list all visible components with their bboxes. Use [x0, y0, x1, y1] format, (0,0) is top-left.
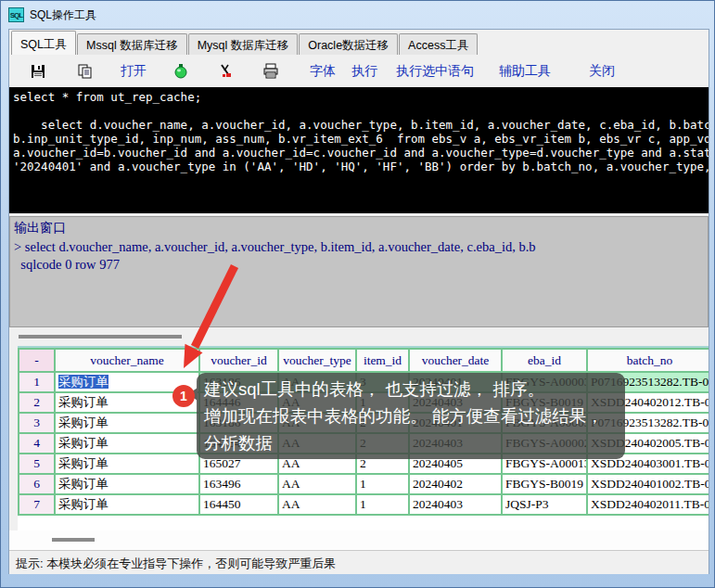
- row-number-cell[interactable]: 1: [19, 372, 55, 392]
- tabbar: SQL工具 Mssql 数据库迁移 Mysql 数据库迁移 Oracle数据迁移…: [9, 30, 709, 55]
- print-button[interactable]: [262, 63, 279, 79]
- grid-header-row: -voucher_namevoucher_idvoucher_typeitem_…: [19, 349, 709, 372]
- app-window: SQL SQL操作工具 SQL工具 Mssql 数据库迁移 Mysql 数据库迁…: [0, 0, 715, 588]
- voucher-date-cell[interactable]: 20240402: [409, 474, 502, 494]
- open-button-label: 打开: [121, 63, 147, 80]
- aux-tools-button-label: 辅助工具: [499, 63, 551, 80]
- copy-icon: [77, 63, 93, 79]
- annotation-arrow-icon: [172, 261, 247, 377]
- voucher-id-cell[interactable]: 164450: [199, 494, 278, 515]
- save-button[interactable]: [30, 63, 46, 80]
- sql-editor-line: [13, 104, 709, 118]
- voucher-name-cell[interactable]: 采购订单: [55, 474, 199, 494]
- row-number-cell[interactable]: 5: [19, 454, 55, 474]
- sql-editor-line: select * from ut_rep_cache;: [13, 90, 709, 104]
- tab[interactable]: Mssql 数据库迁移: [77, 33, 187, 55]
- table-row[interactable]: 6 采购订单 163496 AA 1 20240402 FBGYS-B0019 …: [19, 474, 709, 494]
- voucher-type-cell[interactable]: AA: [278, 474, 356, 494]
- window-title: SQL操作工具: [30, 7, 96, 23]
- row-number-cell[interactable]: 4: [19, 433, 55, 454]
- grid-hscrollbar-thumb[interactable]: [52, 538, 95, 542]
- grid-header-cell: item_id: [356, 349, 409, 372]
- grid-header-cell: batch_no: [587, 349, 709, 372]
- run-selected-button[interactable]: 执行选中语句: [396, 63, 474, 80]
- row-number-cell[interactable]: 2: [19, 392, 55, 413]
- open-button[interactable]: 打开: [121, 63, 147, 80]
- output-line: sqlcode 0 row 977: [14, 256, 708, 274]
- row-number-cell[interactable]: 3: [19, 413, 55, 433]
- tooltip-line: 建议sql工具中的表格， 也支持过滤， 排序。: [204, 376, 618, 403]
- output-window[interactable]: 输出窗口 > select d.voucher_name, a.voucher_…: [9, 216, 709, 327]
- font-button-label: 字体: [310, 63, 336, 80]
- row-number-cell[interactable]: 6: [19, 474, 55, 494]
- row-number-cell[interactable]: 7: [19, 494, 55, 515]
- tooltip-line: 分析数据: [204, 429, 618, 456]
- eba-id-cell[interactable]: JQSJ-P3: [502, 494, 587, 515]
- tab[interactable]: Mysql 数据库迁移: [188, 33, 299, 55]
- status-text: 提示: 本模块必须在专业指导下操作，否则可能导致严重后果: [16, 556, 336, 570]
- grid-header-cell: -: [19, 349, 55, 372]
- voucher-type-cell[interactable]: AA: [278, 494, 356, 515]
- copy-button[interactable]: [77, 63, 93, 79]
- font-button[interactable]: 字体: [310, 63, 336, 80]
- tooltip-line: 增加现在报表中表格的功能。 能方便查看过滤结果，: [204, 403, 618, 429]
- grid-header-cell: voucher_type: [278, 349, 356, 372]
- statusbar: 提示: 本模块必须在专业指导下操作，否则可能导致严重后果: [9, 550, 709, 573]
- run-button-label: 执行: [351, 63, 377, 80]
- item-id-cell[interactable]: 1: [356, 494, 409, 515]
- sql-editor[interactable]: select * from ut_rep_cache; select d.vou…: [9, 87, 709, 213]
- annotation-tooltip: 建议sql工具中的表格， 也支持过滤， 排序。增加现在报表中表格的功能。 能方便…: [197, 373, 625, 459]
- voucher-name-cell[interactable]: 采购订单: [55, 454, 199, 474]
- voucher-name-cell[interactable]: 采购订单: [55, 433, 199, 454]
- sql-editor-line: b.inp_unit_type_id, inp_num, ass_num, b.…: [13, 132, 709, 146]
- output-window-title: 输出窗口: [14, 220, 708, 236]
- output-line: > select d.voucher_name, a.voucher_id, a…: [14, 238, 708, 256]
- sql-editor-line: '20240401' and a.voucher_type in ('AA', …: [13, 160, 709, 173]
- content-area: SQL工具 Mssql 数据库迁移 Mysql 数据库迁移 Oracle数据迁移…: [8, 29, 709, 574]
- close-button[interactable]: 关闭: [589, 63, 615, 80]
- tab[interactable]: Access工具: [399, 33, 478, 55]
- cut-button[interactable]: [218, 63, 234, 79]
- voucher-name-cell[interactable]: 采购订单: [55, 494, 199, 515]
- grid-hscrollbar: [9, 530, 709, 550]
- flask-icon: [173, 63, 188, 79]
- item-id-cell[interactable]: 1: [356, 474, 409, 494]
- run-button[interactable]: 执行: [351, 63, 377, 80]
- batch-no-cell[interactable]: XSDD240402011.TB-01: [587, 494, 709, 515]
- table-row[interactable]: 7 采购订单 164450 AA 1 20240403 JQSJ-P3 XSDD…: [19, 494, 709, 515]
- tab[interactable]: SQL工具: [11, 31, 76, 55]
- annotation-badge: 1: [172, 385, 195, 407]
- output-hscrollbar-thumb[interactable]: [19, 335, 182, 339]
- voucher-id-cell[interactable]: 163496: [199, 474, 278, 494]
- sql-editor-line: a.voucher_id=b.voucher_id and a.voucher_…: [13, 146, 709, 160]
- run-selected-button-label: 执行选中语句: [396, 63, 474, 80]
- eba-id-cell[interactable]: FBGYS-B0019: [502, 474, 587, 494]
- toolbar: 打开 字体 执行: [9, 55, 709, 87]
- tab[interactable]: Oracle数据迁移: [299, 33, 398, 55]
- save-icon: [30, 63, 46, 80]
- sql-editor-line: select d.voucher_name, a.voucher_id, a.v…: [13, 118, 709, 132]
- titlebar: SQL SQL操作工具: [1, 1, 714, 29]
- output-hscrollbar: [9, 327, 709, 346]
- flask-button[interactable]: [173, 63, 188, 79]
- voucher-name-cell[interactable]: 采购订单: [55, 413, 199, 433]
- voucher-date-cell[interactable]: 20240403: [409, 494, 502, 515]
- aux-tools-button[interactable]: 辅助工具: [499, 63, 551, 80]
- cut-icon: [218, 63, 234, 79]
- batch-no-cell[interactable]: XSDD240401002.TB-01: [587, 474, 709, 494]
- grid-header-cell: eba_id: [502, 349, 587, 372]
- close-button-label: 关闭: [589, 63, 615, 80]
- app-icon: SQL: [8, 7, 24, 22]
- print-icon: [262, 63, 279, 79]
- grid-header-cell: voucher_date: [409, 349, 502, 372]
